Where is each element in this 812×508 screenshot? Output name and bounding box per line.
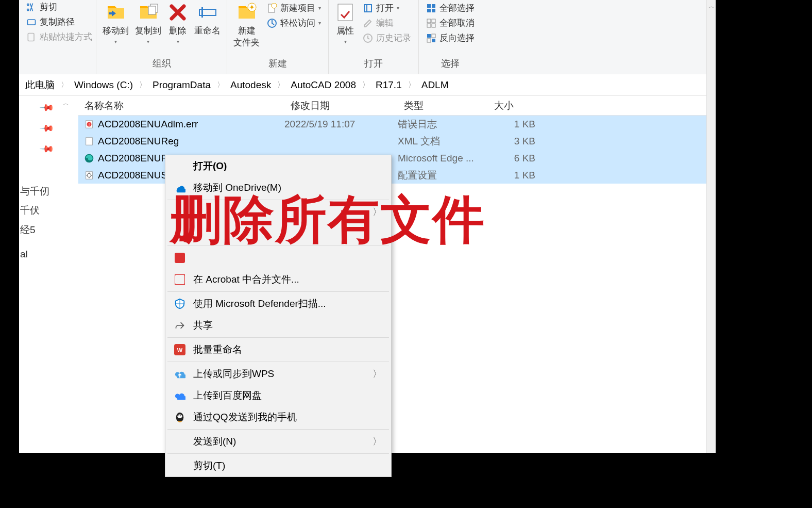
file-size: 1 KB (488, 170, 545, 181)
new-item-label: 新建项目 (280, 2, 315, 14)
new-folder-button[interactable]: ✦ 新建 文件夹 (231, 0, 262, 51)
move-to-button[interactable]: 移动到 ▾ (100, 0, 131, 46)
rename-button[interactable]: 重命名 (192, 0, 223, 39)
svg-rect-20 (427, 24, 431, 27)
organize-group-label: 组织 (100, 55, 223, 74)
baidu-cloud-icon (174, 390, 186, 401)
file-icon (82, 171, 96, 180)
col-name[interactable]: 名称名称 (78, 99, 284, 112)
svg-rect-19 (432, 19, 435, 23)
ribbon: 剪切 复制路径 粘贴快捷方式 (19, 0, 716, 74)
file-row[interactable]: !ACD2008ENUAdlm.err2022/5/19 11:07错误日志1 … (78, 116, 716, 133)
ctx-wps-upload[interactable]: 上传或同步到WPS 〉 (165, 363, 391, 385)
svg-rect-23 (432, 34, 435, 38)
cloud-upload-icon (174, 368, 186, 380)
breadcrumb[interactable]: 此电脑〉 Windows (C:)〉 ProgramData〉 Autodesk… (19, 74, 716, 96)
select-group-label: 选择 (423, 55, 478, 74)
pin-icon[interactable]: 📌 (39, 141, 55, 157)
copy-folder-icon (138, 2, 159, 23)
delete-button[interactable]: 删除 ▾ (165, 0, 190, 46)
select-none-button[interactable]: 全部取消 (423, 16, 478, 30)
open-button[interactable]: 打开 ▾ (360, 1, 414, 15)
svg-text:✦: ✦ (249, 3, 255, 11)
file-name: ACD2008ENUReg (96, 136, 284, 147)
file-type: 错误日志 (398, 118, 488, 131)
copy-path-button[interactable]: 复制路径 (23, 15, 95, 29)
crumb-programdata[interactable]: ProgramData (149, 78, 214, 92)
col-size[interactable]: 大小 (488, 99, 545, 112)
separator (167, 429, 389, 430)
file-icon (82, 137, 96, 146)
crumb-pc[interactable]: 此电脑 (22, 77, 58, 93)
file-type: 配置设置 (398, 169, 488, 182)
ctx-cut[interactable]: 剪切(T) (165, 455, 391, 477)
pin-icon[interactable]: 📌 (39, 120, 55, 136)
select-all-button[interactable]: 全部选择 (423, 1, 478, 15)
col-type[interactable]: 类型 (398, 99, 488, 112)
column-headers: 名称名称 修改日期 类型 大小 (78, 96, 716, 116)
ctx-acrobat-merge[interactable]: 在 Acrobat 中合并文件... (165, 269, 391, 290)
chevron-right-icon: 〉 (276, 80, 285, 90)
ctx-baidu-upload[interactable]: 上传到百度网盘 (165, 385, 391, 406)
new-folder-label: 新建 文件夹 (233, 25, 260, 48)
pin-icon[interactable]: 📌 (39, 100, 55, 116)
edit-button: 编辑 (360, 16, 414, 30)
separator (167, 362, 389, 362)
svg-rect-21 (432, 24, 435, 27)
svg-rect-5 (201, 7, 203, 18)
crumb-c[interactable]: Windows (C:) (71, 78, 136, 92)
ctx-open[interactable]: 打开(O) (165, 155, 391, 177)
delete-x-icon (167, 2, 188, 23)
scrollbar[interactable]: ︿ (706, 0, 716, 453)
cut-label: 剪切 (40, 1, 57, 13)
sidebar-item[interactable]: 千伏 (20, 204, 40, 217)
chevron-right-icon: 〉 (60, 80, 69, 90)
svg-rect-0 (28, 20, 36, 25)
crumb-autodesk[interactable]: Autodesk (227, 78, 274, 92)
properties-button[interactable]: 属性 ▾ (333, 0, 358, 46)
col-date[interactable]: 修改日期 (284, 99, 398, 112)
file-row[interactable]: ACD2008ENURegXML 文档3 KB (78, 133, 716, 150)
expand-ribbon-icon[interactable]: ︿ (707, 2, 716, 11)
svg-point-39 (178, 415, 179, 416)
properties-icon (335, 2, 356, 23)
svg-rect-3 (148, 6, 156, 14)
easy-access-button[interactable]: 轻松访问 ▾ (264, 16, 324, 30)
svg-point-40 (180, 415, 181, 416)
crumb-r17[interactable]: R17.1 (373, 78, 405, 92)
invert-label: 反向选择 (439, 32, 475, 44)
svg-rect-18 (427, 19, 431, 23)
svg-rect-22 (427, 34, 431, 38)
history-button: 历史记录 (360, 31, 414, 45)
svg-rect-15 (432, 4, 435, 8)
svg-rect-1 (28, 33, 34, 41)
svg-rect-24 (427, 39, 431, 42)
copy-to-button[interactable]: 复制到 ▾ (133, 0, 163, 46)
chevron-right-icon: 〉 (216, 80, 225, 90)
invert-selection-button[interactable]: 反向选择 (423, 31, 478, 45)
ctx-share[interactable]: 共享 (165, 315, 391, 336)
cut-button[interactable]: 剪切 (23, 0, 95, 14)
ctx-defender[interactable]: 使用 Microsoft Defender扫描... (165, 293, 391, 315)
scroll-up-icon[interactable]: ︿ (63, 99, 69, 108)
ctx-send-to[interactable]: 发送到(N) 〉 (165, 431, 391, 452)
svg-rect-14 (427, 4, 431, 8)
new-folder-icon: ✦ (236, 2, 257, 23)
share-icon (174, 320, 186, 331)
paste-shortcut-button: 粘贴快捷方式 (23, 30, 95, 44)
history-label: 历史记录 (376, 32, 411, 44)
open-label: 打开 (376, 2, 394, 14)
crumb-autocad[interactable]: AutoCAD 2008 (287, 78, 359, 92)
sidebar-item[interactable]: 与千仞 (20, 185, 49, 198)
file-size: 6 KB (488, 153, 545, 164)
svg-rect-11 (338, 4, 352, 21)
ctx-qq-send[interactable]: 通过QQ发送到我的手机 (165, 406, 391, 428)
rename-label: 重命名 (194, 25, 221, 37)
sidebar-item[interactable]: al (20, 249, 28, 260)
crumb-adlm[interactable]: ADLM (418, 78, 452, 92)
sidebar-item[interactable]: 经5 (20, 223, 36, 237)
properties-label: 属性 (336, 25, 354, 37)
ctx-batch-rename[interactable]: W 批量重命名 (165, 339, 391, 360)
new-item-icon (267, 3, 277, 13)
new-item-button[interactable]: 新建项目 ▾ (264, 1, 324, 15)
